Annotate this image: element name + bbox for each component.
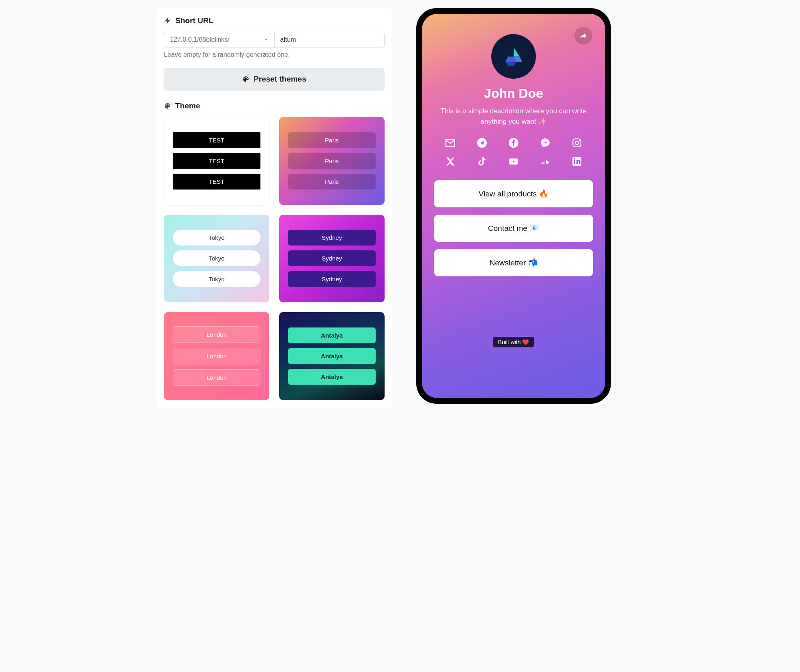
settings-panel: Short URL 127.0.0.1/66biolinks/ Leave em… [157,8,392,408]
theme-row: Antalya [288,369,376,385]
phone-preview-frame: John Doe This is a simple description wh… [416,8,611,404]
url-prefix-dropdown[interactable]: 127.0.0.1/66biolinks/ [164,32,275,48]
profile-description: This is a simple description where you c… [434,106,593,127]
theme-row: London [173,369,260,386]
theme-row: London [173,348,260,364]
phone-screen: John Doe This is a simple description wh… [422,14,605,398]
theme-row: Paris [288,153,376,169]
biolink-button-2[interactable]: Newsletter 📬 [434,249,593,276]
theme-row: Tokyo [173,250,260,266]
preset-themes-button[interactable]: Preset themes [164,68,385,90]
theme-row: Tokyo [173,230,260,246]
linkedin-icon[interactable] [566,156,588,167]
theme-row: Sydney [288,250,376,266]
short-url-header: Short URL [164,16,385,25]
theme-row: London [173,326,260,343]
social-icons-row [434,137,593,167]
email-icon[interactable] [439,137,462,149]
tiktok-icon[interactable] [471,156,493,167]
theme-label: Theme [175,101,200,110]
x-icon[interactable] [439,156,462,167]
youtube-icon[interactable] [502,156,525,167]
svg-rect-6 [574,160,575,164]
theme-grid: TESTTESTTESTParisParisParisTokyoTokyoTok… [164,117,385,400]
theme-row: Paris [288,132,376,148]
instagram-icon[interactable] [566,137,588,149]
svg-point-7 [574,158,575,159]
theme-row: Sydney [288,230,376,246]
svg-point-4 [579,140,580,141]
share-icon [579,32,587,40]
palette-icon [242,75,249,83]
url-input-group: 127.0.0.1/66biolinks/ [164,32,385,48]
profile-avatar [491,34,536,79]
theme-row: TEST [173,132,260,148]
theme-row: Antalya [288,348,376,364]
facebook-icon[interactable] [502,137,525,149]
url-hint: Leave empty for a randomly generated one… [164,51,385,58]
share-button[interactable] [574,27,592,45]
soundcloud-icon[interactable] [534,156,557,167]
url-prefix-text: 127.0.0.1/66biolinks/ [170,36,230,43]
biolink-button-1[interactable]: Contact me 📧 [434,215,593,242]
theme-row: Tokyo [173,271,260,287]
biolink-button-0[interactable]: View all products 🔥 [434,180,593,207]
theme-card-4[interactable]: LondonLondonLondon [164,312,269,400]
theme-row: Sydney [288,271,376,287]
theme-card-1[interactable]: ParisParisParis [279,117,385,205]
theme-card-3[interactable]: SydneySydneySydney [279,215,385,303]
palette-icon [164,102,171,110]
theme-row: TEST [173,153,260,169]
theme-card-0[interactable]: TESTTESTTEST [164,117,269,205]
theme-row: TEST [173,174,260,190]
profile-name: John Doe [434,86,593,101]
svg-point-3 [575,141,579,145]
theme-card-5[interactable]: AntalyaAntalyaAntalya [279,312,385,400]
short-url-label: Short URL [175,16,213,25]
built-with-badge: Built with ❤️ [493,337,534,347]
logo-icon [501,43,527,70]
messenger-icon[interactable] [534,137,557,149]
bolt-icon [164,17,171,24]
url-slug-input[interactable] [275,32,385,48]
theme-row: Antalya [288,327,376,343]
chevron-down-icon [264,37,269,42]
telegram-icon[interactable] [471,137,493,149]
preset-themes-label: Preset themes [254,75,306,84]
theme-row: Paris [288,174,376,190]
theme-header: Theme [164,101,385,110]
theme-card-2[interactable]: TokyoTokyoTokyo [164,215,269,303]
